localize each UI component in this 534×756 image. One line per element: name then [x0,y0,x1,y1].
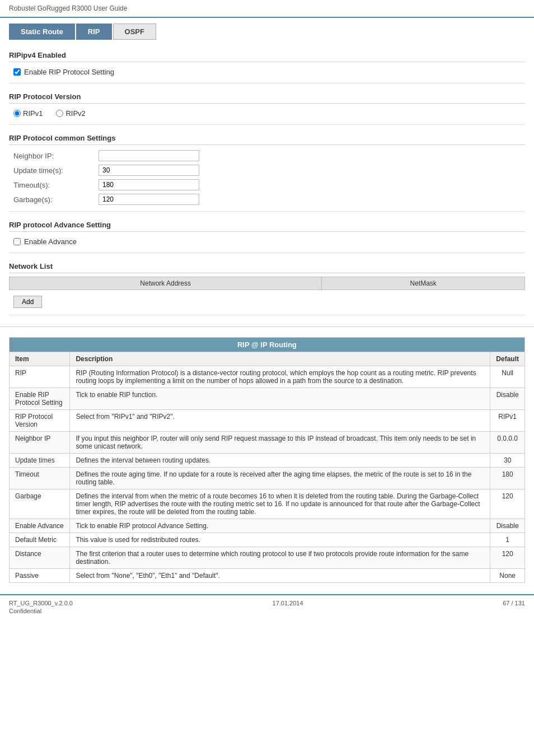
protocol-version-header: RIP Protocol Version [9,89,525,104]
timeout-label: Timeout(s): [13,181,92,189]
row-description: Tick to enable RIP protocol Advance Sett… [70,519,490,533]
ripv1-radio[interactable] [13,110,21,117]
routing-table-row: Garbage Defines the interval from when t… [10,489,525,519]
routing-table-row: Default Metric This value is used for re… [10,533,525,547]
row-description: Defines the interval from when the metri… [70,489,490,519]
neighbor-ip-row: Neighbor IP: [9,148,525,163]
common-settings-header: RIP Protocol common Settings [9,130,525,145]
row-default: 180 [490,468,525,489]
protocol-version-section: RIP Protocol Version RIPv1 RIPv2 [9,89,525,125]
row-description: Defines the route aging time. If no upda… [70,468,490,489]
row-default: None [490,569,525,583]
page-header: Robustel GoRugged R3000 User Guide [0,0,534,18]
rip-version-radio-row: RIPv1 RIPv2 [9,107,525,120]
enable-rip-label: Enable RIP Protocol Setting [24,68,114,76]
garbage-row: Garbage(s): [9,192,525,207]
enable-advance-checkbox[interactable] [13,238,21,245]
row-default: Disable [490,388,525,410]
row-item: Default Metric [10,533,70,547]
routing-table-row: Timeout Defines the route aging time. If… [10,468,525,489]
row-default: 120 [490,547,525,569]
network-list-table: Network Address NetMask [9,277,525,290]
advance-setting-section: RIP protocol Advance Setting Enable Adva… [9,217,525,253]
tab-rip[interactable]: RIP [76,24,112,40]
routing-table-row: RIP Protocol Version Select from "RIPv1"… [10,410,525,432]
enable-rip-checkbox[interactable] [13,68,21,76]
footer-page: 67 / 131 [503,600,525,614]
row-item: Neighbor IP [10,432,70,454]
network-list-section: Network List Network Address NetMask Add [9,259,525,315]
ripv2-label: RIPv2 [65,109,85,118]
header-title: Robustel GoRugged R3000 User Guide [9,4,127,12]
footer-doc-id: RT_UG_R3000_v.2.0.0 [9,600,73,606]
routing-table-row: RIP RIP (Routing Information Protocol) i… [10,366,525,388]
routing-table-row: Neighbor IP If you input this neighbor I… [10,432,525,454]
ripv2-option: RIPv2 [56,109,85,118]
col-default: Default [490,352,525,366]
row-default: 1 [490,533,525,547]
col-item: Item [10,352,70,366]
footer-left: RT_UG_R3000_v.2.0.0 Confidential [9,600,73,614]
routing-table-row: Enable RIP Protocol Setting Tick to enab… [10,388,525,410]
row-description: Select from "None", "Eth0", "Eth1" and "… [70,569,490,583]
row-item: RIP Protocol Version [10,410,70,432]
routing-table-row: Passive Select from "None", "Eth0", "Eth… [10,569,525,583]
enable-advance-row: Enable Advance [9,235,525,248]
tab-bar: Static Route RIP OSPF [9,24,525,40]
routing-table-row: Enable Advance Tick to enable RIP protoc… [10,519,525,533]
neighbor-ip-input[interactable] [99,150,199,161]
row-description: Tick to enable RIP function. [70,388,490,410]
ripv1-label: RIPv1 [23,109,43,118]
ripv2-radio[interactable] [56,110,63,117]
row-description: RIP (Routing Information Protocol) is a … [70,366,490,388]
row-item: Distance [10,547,70,569]
enable-rip-row: Enable RIP Protocol Setting [9,66,525,78]
row-item: RIP [10,366,70,388]
garbage-input[interactable] [99,194,199,205]
page-footer: RT_UG_R3000_v.2.0.0 Confidential 17.01.2… [0,594,534,619]
ripipv4-header: RIPipv4 Enabled [9,48,525,62]
timeout-input[interactable] [99,179,199,190]
ripipv4-section: RIPipv4 Enabled Enable RIP Protocol Sett… [9,48,525,83]
tab-ospf[interactable]: OSPF [113,24,156,40]
row-default: Disable [490,519,525,533]
add-network-button[interactable]: Add [13,296,42,308]
row-description: Select from "RIPv1" and "RIPv2". [70,410,490,432]
timeout-row: Timeout(s): [9,178,525,192]
routing-table-title: RIP @ IP Routing [10,338,525,352]
network-list-header: Network List [9,259,525,273]
row-default: 120 [490,489,525,519]
row-default: RIPv1 [490,410,525,432]
footer-confidential: Confidential [9,608,73,614]
footer-date: 17.01.2014 [273,600,303,614]
netmask-col-header: NetMask [322,277,525,290]
update-time-input[interactable] [99,165,199,176]
routing-table-row: Update times Defines the interval betwee… [10,454,525,468]
update-time-row: Update time(s): [9,163,525,178]
garbage-label: Garbage(s): [13,195,92,204]
advance-setting-header: RIP protocol Advance Setting [9,217,525,232]
routing-table-section: RIP @ IP Routing Item Description Defaul… [9,337,525,583]
row-item: Enable RIP Protocol Setting [10,388,70,410]
row-description: Defines the interval between routing upd… [70,454,490,468]
row-default: 0.0.0.0 [490,432,525,454]
row-item: Update times [10,454,70,468]
neighbor-ip-label: Neighbor IP: [13,152,92,160]
row-item: Timeout [10,468,70,489]
ripv1-option: RIPv1 [13,109,43,118]
routing-info-table: RIP @ IP Routing Item Description Defaul… [9,337,525,583]
row-default: Null [490,366,525,388]
tab-static-route[interactable]: Static Route [9,24,75,40]
top-form-section: Static Route RIP OSPF RIPipv4 Enabled En… [0,18,534,327]
row-item: Passive [10,569,70,583]
update-time-label: Update time(s): [13,166,92,175]
row-description: The first criterion that a router uses t… [70,547,490,569]
enable-advance-label: Enable Advance [24,237,77,246]
row-item: Enable Advance [10,519,70,533]
row-default: 30 [490,454,525,468]
row-item: Garbage [10,489,70,519]
network-address-col-header: Network Address [10,277,322,290]
row-description: If you input this neighbor IP, router wi… [70,432,490,454]
common-settings-section: RIP Protocol common Settings Neighbor IP… [9,130,525,212]
col-description: Description [70,352,490,366]
